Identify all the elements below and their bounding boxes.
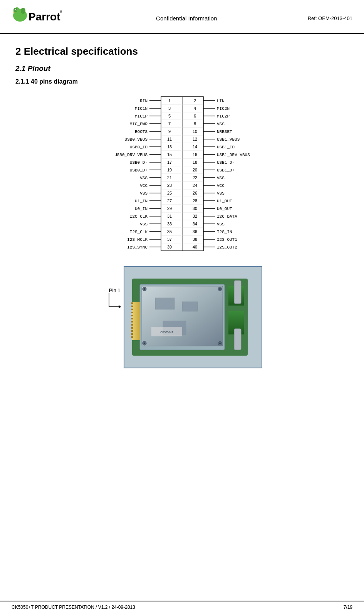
svg-rect-156 [142,286,223,346]
svg-text:2: 2 [193,98,196,103]
svg-text:MIC_PWR: MIC_PWR [129,122,148,126]
svg-text:U0_OUT: U0_OUT [217,207,232,211]
main-content: 2 Electrical specifications 2.1 Pinout 2… [0,34,364,395]
svg-text:VSS: VSS [140,176,148,180]
svg-text:38: 38 [192,237,197,242]
svg-text:MIC2P: MIC2P [217,114,230,119]
page-header: Parrot ® Confidential Information Ref: O… [0,0,364,34]
svg-text:USB1_DRV VBUS: USB1_DRV VBUS [217,153,250,157]
pcb-photo-area: Pin 1 [97,266,290,368]
confidential-label: Confidential Information [156,15,217,22]
svg-text:USB1_VBUS: USB1_VBUS [217,137,240,142]
svg-text:36: 36 [192,229,197,234]
svg-rect-170 [131,309,133,310]
svg-text:U1_OUT: U1_OUT [217,199,232,203]
svg-text:VCC: VCC [217,183,225,188]
svg-text:RIN: RIN [140,99,148,103]
svg-rect-178 [131,333,133,335]
svg-text:10: 10 [192,129,197,134]
reference-label: Ref: OEM-2013-401 [308,15,352,21]
svg-text:15: 15 [167,152,171,157]
svg-rect-184 [234,329,241,350]
svg-text:11: 11 [167,137,171,141]
svg-text:VSS: VSS [140,222,148,227]
svg-rect-171 [131,312,133,313]
svg-text:20: 20 [192,168,197,172]
page-footer: CK5050+T PRODUCT PRESENTATION / V1.2 / 2… [0,601,364,613]
svg-text:32: 32 [192,214,197,218]
footer-right-text: 7/19 [344,605,352,610]
svg-rect-167 [132,302,140,340]
svg-text:14: 14 [192,144,197,149]
svg-text:U1_IN: U1_IN [134,199,147,203]
svg-rect-174 [131,321,133,322]
svg-text:VSS: VSS [140,191,148,196]
svg-text:®: ® [60,10,62,14]
svg-text:I2C_DATA: I2C_DATA [217,214,237,219]
svg-text:26: 26 [192,191,197,195]
svg-rect-183 [234,280,241,304]
ref-text: Ref: OEM-2013-401 [308,15,352,21]
svg-text:MIC1N: MIC1N [134,106,147,111]
svg-text:I2S_IN: I2S_IN [217,230,232,234]
svg-text:USB0_ID: USB0_ID [129,145,148,149]
svg-text:6: 6 [193,114,196,118]
svg-text:31: 31 [167,214,171,218]
svg-text:35: 35 [167,229,171,234]
svg-text:16: 16 [192,152,197,157]
svg-text:USB0_DRV VBUS: USB0_DRV VBUS [114,153,148,157]
svg-rect-176 [131,327,133,329]
section2-title: 2 Electrical specifications [15,45,349,57]
svg-rect-172 [131,315,133,316]
pin1-indicator: Pin 1 [97,287,121,311]
svg-text:USB0_D-: USB0_D- [129,160,147,165]
svg-text:29: 29 [167,206,171,211]
svg-rect-173 [131,318,133,319]
svg-text:VSS: VSS [217,122,225,126]
company-logo: Parrot ® [12,7,65,29]
svg-text:USB0_VBUS: USB0_VBUS [124,137,148,142]
svg-point-5 [16,9,17,10]
svg-text:I2C_CLK: I2C_CLK [129,214,148,219]
svg-text:USB0_D+: USB0_D+ [129,168,147,173]
svg-text:25: 25 [167,191,171,195]
pcb-photo: CK5050+T [124,266,262,368]
svg-text:VSS: VSS [217,222,225,227]
svg-rect-181 [182,302,198,311]
svg-point-160 [219,288,221,290]
svg-point-162 [144,343,145,344]
svg-rect-169 [131,306,133,307]
svg-text:I2S_OUT2: I2S_OUT2 [217,245,237,250]
svg-rect-180 [155,298,174,309]
svg-text:33: 33 [167,222,171,226]
svg-text:9: 9 [168,129,170,134]
svg-text:28: 28 [192,198,197,203]
pin-diagram: .plabel { font-size: 11px; font-family: … [86,93,278,259]
svg-text:19: 19 [167,168,171,172]
svg-text:40: 40 [192,245,197,249]
svg-text:18: 18 [192,160,197,165]
svg-point-158 [144,288,145,290]
svg-text:5: 5 [168,114,170,118]
svg-text:21: 21 [167,175,171,180]
svg-text:I2S_SYNC: I2S_SYNC [127,245,148,250]
svg-rect-177 [131,330,133,332]
svg-text:USB1_D-: USB1_D- [217,160,235,165]
svg-text:BOOTS: BOOTS [134,129,147,134]
svg-text:39: 39 [167,245,171,249]
svg-text:13: 13 [167,144,171,149]
svg-text:VCC: VCC [140,183,148,188]
svg-text:Parrot: Parrot [29,11,60,23]
pin1-arrow [97,293,121,311]
svg-text:VSS: VSS [217,176,225,180]
section21-title: 2.1 Pinout [15,64,349,73]
svg-text:17: 17 [167,160,171,165]
svg-text:24: 24 [192,183,197,188]
svg-text:MIC2N: MIC2N [217,106,230,111]
pinout-area: .plabel { font-size: 11px; font-family: … [15,93,349,368]
svg-text:3: 3 [168,106,170,111]
svg-text:7: 7 [168,121,170,126]
section211-title: 2.1.1 40 pins diagram [15,78,349,85]
svg-text:23: 23 [167,183,171,188]
svg-text:8: 8 [193,121,196,126]
